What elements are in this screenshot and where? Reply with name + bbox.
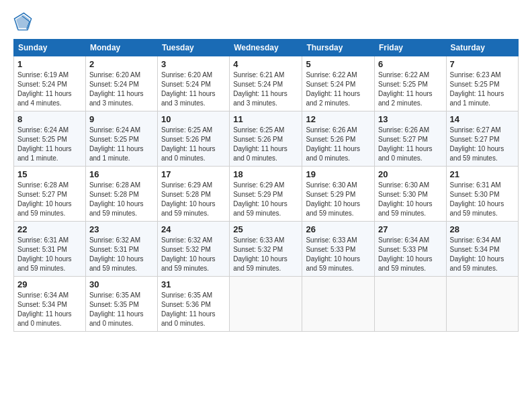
weekday-header-tuesday: Tuesday bbox=[157, 40, 229, 56]
day-number: 19 bbox=[306, 169, 371, 179]
calendar-cell: 30 Sunrise: 6:35 AM Sunset: 5:35 PM Dayl… bbox=[85, 277, 157, 332]
sunset-label: Sunset: 5:32 PM bbox=[233, 246, 283, 253]
calendar-cell bbox=[446, 277, 518, 332]
sunrise-label: Sunrise: 6:25 AM bbox=[161, 126, 212, 134]
weekday-header-sunday: Sunday bbox=[14, 40, 86, 56]
sunset-label: Sunset: 5:27 PM bbox=[450, 136, 500, 143]
sunrise-label: Sunrise: 6:20 AM bbox=[89, 71, 140, 79]
day-info: Sunrise: 6:23 AM Sunset: 5:25 PM Dayligh… bbox=[450, 71, 515, 108]
day-info: Sunrise: 6:30 AM Sunset: 5:29 PM Dayligh… bbox=[306, 181, 371, 218]
sunrise-label: Sunrise: 6:31 AM bbox=[450, 181, 501, 189]
sunrise-label: Sunrise: 6:27 AM bbox=[450, 126, 501, 134]
calendar-header-row: SundayMondayTuesdayWednesdayThursdayFrid… bbox=[14, 40, 519, 56]
calendar-cell: 22 Sunrise: 6:31 AM Sunset: 5:31 PM Dayl… bbox=[14, 222, 86, 277]
day-number: 6 bbox=[378, 59, 443, 69]
daylight-label: Daylight: 10 hours and 59 minutes. bbox=[378, 255, 433, 272]
sunrise-label: Sunrise: 6:22 AM bbox=[378, 71, 429, 79]
day-info: Sunrise: 6:32 AM Sunset: 5:31 PM Dayligh… bbox=[89, 236, 154, 273]
calendar-week-row: 22 Sunrise: 6:31 AM Sunset: 5:31 PM Dayl… bbox=[14, 222, 519, 277]
calendar-cell bbox=[230, 277, 302, 332]
sunrise-label: Sunrise: 6:31 AM bbox=[17, 236, 69, 244]
day-info: Sunrise: 6:24 AM Sunset: 5:25 PM Dayligh… bbox=[89, 126, 154, 163]
sunrise-label: Sunrise: 6:24 AM bbox=[17, 126, 69, 134]
daylight-label: Daylight: 11 hours and 0 minutes. bbox=[17, 310, 72, 327]
weekday-header-monday: Monday bbox=[85, 40, 157, 56]
sunrise-label: Sunrise: 6:34 AM bbox=[450, 236, 501, 244]
sunrise-label: Sunrise: 6:33 AM bbox=[233, 236, 284, 244]
sunrise-label: Sunrise: 6:34 AM bbox=[17, 291, 69, 299]
calendar-cell: 2 Sunrise: 6:20 AM Sunset: 5:24 PM Dayli… bbox=[85, 56, 157, 111]
calendar-cell: 16 Sunrise: 6:28 AM Sunset: 5:28 PM Dayl… bbox=[85, 167, 157, 222]
day-info: Sunrise: 6:21 AM Sunset: 5:24 PM Dayligh… bbox=[233, 71, 298, 108]
calendar-cell: 6 Sunrise: 6:22 AM Sunset: 5:25 PM Dayli… bbox=[374, 56, 446, 111]
calendar-cell: 19 Sunrise: 6:30 AM Sunset: 5:29 PM Dayl… bbox=[302, 167, 375, 222]
day-number: 8 bbox=[17, 114, 82, 124]
day-info: Sunrise: 6:19 AM Sunset: 5:24 PM Dayligh… bbox=[17, 71, 82, 108]
calendar-week-row: 15 Sunrise: 6:28 AM Sunset: 5:27 PM Dayl… bbox=[14, 167, 519, 222]
calendar-cell: 4 Sunrise: 6:21 AM Sunset: 5:24 PM Dayli… bbox=[230, 56, 302, 111]
sunset-label: Sunset: 5:33 PM bbox=[378, 246, 428, 253]
calendar-week-row: 29 Sunrise: 6:34 AM Sunset: 5:34 PM Dayl… bbox=[14, 277, 519, 332]
sunrise-label: Sunrise: 6:30 AM bbox=[306, 181, 357, 189]
day-number: 21 bbox=[450, 169, 515, 179]
daylight-label: Daylight: 11 hours and 2 minutes. bbox=[306, 90, 360, 107]
sunset-label: Sunset: 5:34 PM bbox=[450, 246, 500, 253]
day-number: 23 bbox=[89, 224, 154, 234]
sunset-label: Sunset: 5:24 PM bbox=[233, 81, 283, 88]
sunset-label: Sunset: 5:33 PM bbox=[306, 246, 355, 253]
day-number: 15 bbox=[17, 169, 82, 179]
daylight-label: Daylight: 11 hours and 0 minutes. bbox=[161, 310, 216, 327]
day-info: Sunrise: 6:26 AM Sunset: 5:27 PM Dayligh… bbox=[378, 126, 443, 163]
day-info: Sunrise: 6:27 AM Sunset: 5:27 PM Dayligh… bbox=[450, 126, 515, 163]
weekday-header-wednesday: Wednesday bbox=[230, 40, 302, 56]
sunrise-label: Sunrise: 6:26 AM bbox=[378, 126, 429, 134]
sunrise-label: Sunrise: 6:26 AM bbox=[306, 126, 357, 134]
day-number: 25 bbox=[233, 224, 298, 234]
calendar-cell: 27 Sunrise: 6:34 AM Sunset: 5:33 PM Dayl… bbox=[374, 222, 446, 277]
calendar-cell: 25 Sunrise: 6:33 AM Sunset: 5:32 PM Dayl… bbox=[230, 222, 302, 277]
day-number: 1 bbox=[17, 59, 82, 69]
day-info: Sunrise: 6:31 AM Sunset: 5:31 PM Dayligh… bbox=[17, 236, 82, 273]
day-info: Sunrise: 6:26 AM Sunset: 5:26 PM Dayligh… bbox=[306, 126, 371, 163]
sunrise-label: Sunrise: 6:21 AM bbox=[233, 71, 284, 79]
calendar-table: SundayMondayTuesdayWednesdayThursdayFrid… bbox=[13, 39, 519, 332]
sunset-label: Sunset: 5:28 PM bbox=[89, 191, 139, 198]
sunset-label: Sunset: 5:25 PM bbox=[450, 81, 500, 88]
sunrise-label: Sunrise: 6:20 AM bbox=[161, 71, 212, 79]
logo-icon bbox=[13, 12, 32, 31]
daylight-label: Daylight: 10 hours and 59 minutes. bbox=[161, 200, 216, 217]
daylight-label: Daylight: 10 hours and 59 minutes. bbox=[450, 200, 504, 217]
day-info: Sunrise: 6:33 AM Sunset: 5:33 PM Dayligh… bbox=[306, 236, 371, 273]
day-number: 12 bbox=[306, 114, 371, 124]
sunrise-label: Sunrise: 6:30 AM bbox=[378, 181, 429, 189]
daylight-label: Daylight: 10 hours and 59 minutes. bbox=[161, 255, 216, 272]
day-info: Sunrise: 6:25 AM Sunset: 5:26 PM Dayligh… bbox=[161, 126, 226, 163]
calendar-cell: 21 Sunrise: 6:31 AM Sunset: 5:30 PM Dayl… bbox=[446, 167, 518, 222]
day-number: 3 bbox=[161, 59, 226, 69]
daylight-label: Daylight: 11 hours and 1 minute. bbox=[450, 90, 504, 107]
sunrise-label: Sunrise: 6:33 AM bbox=[306, 236, 357, 244]
sunrise-label: Sunrise: 6:29 AM bbox=[161, 181, 212, 189]
day-number: 29 bbox=[17, 279, 82, 289]
weekday-header-friday: Friday bbox=[374, 40, 446, 56]
daylight-label: Daylight: 11 hours and 2 minutes. bbox=[378, 90, 433, 107]
day-number: 24 bbox=[161, 224, 226, 234]
daylight-label: Daylight: 11 hours and 0 minutes. bbox=[306, 145, 360, 162]
sunset-label: Sunset: 5:32 PM bbox=[161, 246, 211, 253]
calendar-cell: 23 Sunrise: 6:32 AM Sunset: 5:31 PM Dayl… bbox=[85, 222, 157, 277]
calendar-cell: 24 Sunrise: 6:32 AM Sunset: 5:32 PM Dayl… bbox=[157, 222, 229, 277]
sunrise-label: Sunrise: 6:25 AM bbox=[233, 126, 284, 134]
day-info: Sunrise: 6:22 AM Sunset: 5:25 PM Dayligh… bbox=[378, 71, 443, 108]
sunset-label: Sunset: 5:26 PM bbox=[306, 136, 355, 143]
calendar-cell: 31 Sunrise: 6:35 AM Sunset: 5:36 PM Dayl… bbox=[157, 277, 229, 332]
sunrise-label: Sunrise: 6:34 AM bbox=[378, 236, 429, 244]
day-number: 2 bbox=[89, 59, 154, 69]
day-number: 5 bbox=[306, 59, 371, 69]
sunset-label: Sunset: 5:25 PM bbox=[89, 136, 139, 143]
sunset-label: Sunset: 5:25 PM bbox=[17, 136, 67, 143]
calendar-week-row: 1 Sunrise: 6:19 AM Sunset: 5:24 PM Dayli… bbox=[14, 56, 519, 111]
daylight-label: Daylight: 11 hours and 3 minutes. bbox=[233, 90, 287, 107]
daylight-label: Daylight: 10 hours and 59 minutes. bbox=[450, 145, 504, 162]
day-number: 31 bbox=[161, 279, 226, 289]
day-number: 17 bbox=[161, 169, 226, 179]
